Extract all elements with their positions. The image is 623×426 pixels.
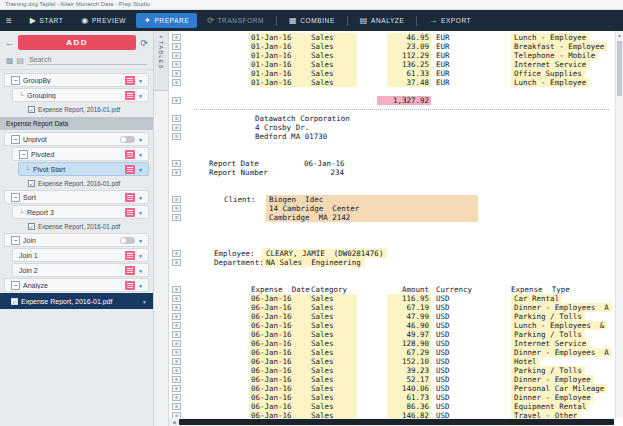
amount-field[interactable]: 136.25 bbox=[387, 60, 431, 69]
toolbar-prepare[interactable]: ✦ PREPARE bbox=[136, 13, 197, 28]
collapse-icon[interactable] bbox=[11, 76, 20, 85]
department-field[interactable]: NA Sales Engineering bbox=[262, 258, 365, 267]
amount-field[interactable]: 116.95 bbox=[387, 294, 431, 303]
expense-date-field[interactable]: 06-Jan-16 bbox=[249, 294, 311, 303]
tree-node-sort[interactable]: Sort bbox=[4, 190, 149, 204]
back-icon[interactable]: ← bbox=[5, 38, 14, 48]
amount-field[interactable]: 61.33 bbox=[387, 69, 431, 78]
checkbox[interactable] bbox=[11, 298, 18, 305]
group-total-field[interactable]: 1,327.92 bbox=[377, 96, 431, 105]
tree-file-expense-report-selected[interactable]: Expense Report, 2016-01.pdf bbox=[0, 293, 153, 309]
expense-type-field[interactable]: Dinner - Employee bbox=[511, 375, 594, 384]
expense-date-field[interactable]: 01-Jan-16 bbox=[249, 42, 311, 51]
collapse-icon[interactable] bbox=[11, 281, 20, 290]
category-field[interactable]: Sales bbox=[311, 321, 357, 330]
row-marker-icon[interactable] bbox=[172, 43, 181, 50]
expense-date-field[interactable]: 01-Jan-16 bbox=[249, 51, 311, 60]
category-field[interactable]: Sales bbox=[311, 348, 357, 357]
row-marker-icon[interactable] bbox=[172, 79, 181, 86]
expense-type-field[interactable]: Hotel bbox=[511, 357, 540, 366]
expense-type-field[interactable]: Internet Service bbox=[511, 60, 589, 69]
tab-tables[interactable]: » TABLES bbox=[154, 31, 168, 91]
amount-field[interactable]: 146.82 bbox=[387, 411, 431, 418]
category-field[interactable]: Sales bbox=[311, 411, 357, 418]
row-marker-icon[interactable] bbox=[172, 295, 181, 302]
checkbox[interactable] bbox=[28, 106, 35, 113]
tree-node-unpivot[interactable]: Unpivot bbox=[4, 132, 149, 146]
expense-date-field[interactable]: 06-Jan-16 bbox=[249, 393, 311, 402]
amount-field[interactable]: 67.29 bbox=[387, 348, 431, 357]
row-marker-icon[interactable] bbox=[172, 169, 181, 176]
checkbox[interactable] bbox=[28, 223, 35, 230]
amount-field[interactable]: 47.99 bbox=[387, 312, 431, 321]
row-marker-icon[interactable] bbox=[172, 70, 181, 77]
expense-type-field[interactable]: Personal Car Mileage bbox=[511, 384, 607, 393]
expense-type-field[interactable]: Equipment Rental bbox=[511, 402, 589, 411]
category-field[interactable]: Sales bbox=[311, 60, 357, 69]
category-field[interactable]: Sales bbox=[311, 357, 357, 366]
toolbar-export[interactable]: → EXPORT bbox=[421, 13, 479, 28]
row-marker-icon[interactable] bbox=[172, 349, 181, 356]
row-marker-icon[interactable] bbox=[172, 259, 181, 266]
toolbar-analyze[interactable]: ▤ ANALYZE bbox=[352, 13, 413, 28]
row-marker-icon[interactable] bbox=[172, 358, 181, 365]
chevron-down-icon[interactable] bbox=[138, 151, 143, 158]
category-field[interactable]: Sales bbox=[311, 312, 357, 321]
expense-type-field[interactable]: Parking / Tolls bbox=[511, 312, 585, 321]
employee-field[interactable]: CLEARY, JAMIE (DW0281476) bbox=[262, 249, 387, 258]
row-marker-icon[interactable] bbox=[172, 286, 181, 293]
expense-type-field[interactable]: Lunch - Employees & bbox=[511, 321, 607, 330]
category-field[interactable]: Sales bbox=[311, 384, 357, 393]
expense-type-field[interactable]: Dinner - Employees A bbox=[511, 303, 612, 312]
toolbar-start[interactable]: ▶ START bbox=[22, 13, 71, 28]
row-marker-icon[interactable] bbox=[172, 340, 181, 347]
chevron-down-icon[interactable] bbox=[138, 237, 143, 244]
expense-date-field[interactable]: 06-Jan-16 bbox=[249, 357, 311, 366]
category-field[interactable]: Sales bbox=[311, 69, 357, 78]
expense-date-field[interactable]: 01-Jan-16 bbox=[249, 78, 311, 87]
category-field[interactable]: Sales bbox=[311, 294, 357, 303]
search-input[interactable] bbox=[27, 55, 147, 65]
chevron-down-icon[interactable] bbox=[138, 92, 143, 99]
amount-field[interactable]: 39.23 bbox=[387, 366, 431, 375]
chevron-down-icon[interactable] bbox=[138, 166, 143, 173]
client-street-field[interactable]: 14 Cambridge Center bbox=[266, 204, 478, 213]
expense-type-field[interactable]: Car Rental bbox=[511, 294, 562, 303]
amount-field[interactable]: 23.09 bbox=[387, 42, 431, 51]
expense-date-field[interactable]: 06-Jan-16 bbox=[249, 312, 311, 321]
chevron-down-icon[interactable] bbox=[138, 267, 143, 274]
expense-date-field[interactable]: 06-Jan-16 bbox=[249, 348, 311, 357]
row-marker-icon[interactable] bbox=[172, 394, 181, 401]
chevron-down-icon[interactable] bbox=[138, 194, 143, 201]
expense-type-field[interactable]: Telephone - Mobile bbox=[511, 51, 598, 60]
row-marker-icon[interactable] bbox=[172, 160, 181, 167]
row-marker-icon[interactable] bbox=[172, 313, 181, 320]
tree-file-expense-report[interactable]: Expense Report, 2016-01.pdf bbox=[22, 220, 149, 232]
collapse-icon[interactable] bbox=[11, 236, 20, 245]
row-marker-icon[interactable] bbox=[172, 304, 181, 311]
tree-file-expense-report[interactable]: Expense Report, 2016-01.pdf bbox=[22, 177, 149, 189]
amount-field[interactable]: 112.29 bbox=[387, 51, 431, 60]
client-city-field[interactable]: Cambridge MA 2142 bbox=[266, 213, 478, 222]
row-marker-icon[interactable] bbox=[172, 34, 181, 41]
tree-node-pivot-start[interactable]: Pivot Start bbox=[18, 162, 149, 176]
row-marker-icon[interactable] bbox=[172, 124, 181, 131]
row-marker-icon[interactable] bbox=[172, 196, 181, 203]
expense-type-field[interactable]: Parking / Tolls bbox=[511, 366, 585, 375]
scroll-left-icon[interactable]: ◀ bbox=[169, 419, 179, 425]
expense-date-field[interactable]: 06-Jan-16 bbox=[249, 321, 311, 330]
horizontal-scroll-thumb[interactable] bbox=[179, 419, 614, 425]
category-field[interactable]: Sales bbox=[311, 402, 357, 411]
expense-type-field[interactable]: Dinner - Employee bbox=[511, 393, 594, 402]
amount-field[interactable]: 52.17 bbox=[387, 375, 431, 384]
category-field[interactable]: Sales bbox=[311, 366, 357, 375]
row-marker-icon[interactable] bbox=[172, 385, 181, 392]
list-view-icon[interactable]: ▤ bbox=[17, 56, 25, 65]
row-marker-icon[interactable] bbox=[172, 52, 181, 59]
collapse-icon[interactable] bbox=[11, 135, 20, 144]
collapse-icon[interactable] bbox=[19, 150, 28, 159]
amount-field[interactable]: 86.36 bbox=[387, 402, 431, 411]
category-field[interactable]: Sales bbox=[311, 330, 357, 339]
expense-date-field[interactable]: 06-Jan-16 bbox=[249, 366, 311, 375]
expense-type-field[interactable]: Lunch - Employee bbox=[511, 78, 589, 87]
